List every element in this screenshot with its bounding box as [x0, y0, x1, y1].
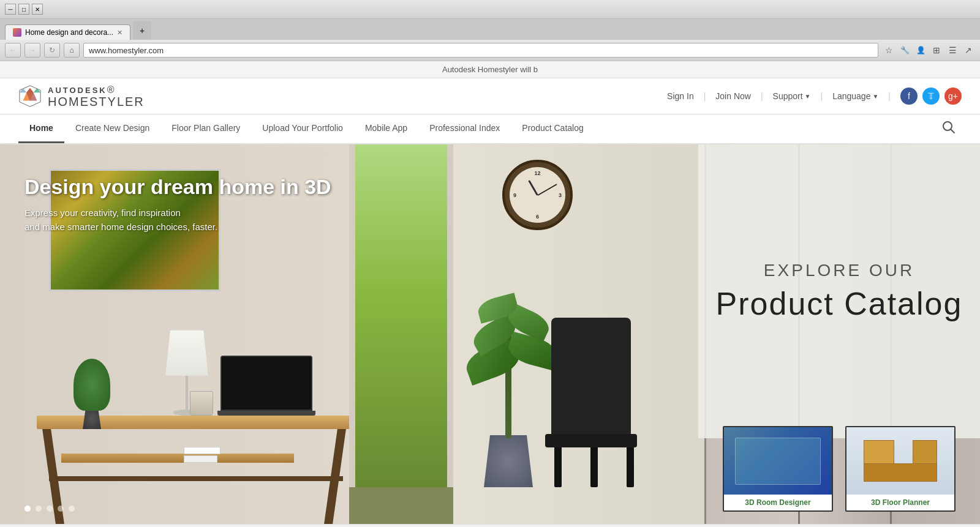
social-icons: f 𝕋 g+	[900, 88, 962, 105]
room-designer-thumbnail	[724, 427, 832, 495]
toolbar-icons: ☆ 🔧 👤 ⊞ ☰ ↗	[882, 43, 975, 57]
extensions-icon[interactable]: 🔧	[898, 43, 911, 57]
twitter-icon[interactable]: 𝕋	[922, 88, 940, 105]
language-chevron-icon: ▼	[872, 93, 878, 100]
notification-text: Autodesk Homestyler will b	[442, 65, 538, 74]
tab-title: Home design and decora...	[25, 28, 113, 37]
support-chevron-icon: ▼	[805, 93, 811, 100]
desk-chair	[551, 318, 637, 487]
share-icon[interactable]: ↗	[962, 43, 975, 57]
browser-titlebar: ─ □ ✕	[0, 0, 980, 19]
language-menu[interactable]: Language ▼	[832, 91, 878, 101]
autodesk-logo-icon	[18, 84, 42, 108]
svg-marker-5	[34, 88, 40, 93]
support-menu[interactable]: Support ▼	[773, 91, 811, 101]
sign-in-link[interactable]: Sign In	[667, 91, 694, 101]
dot-2[interactable]	[36, 506, 42, 512]
site-footer: Copyright 2013 Autodesk, Inc. All rights…	[0, 524, 980, 527]
browser-tab-active[interactable]: Home design and decora... ✕	[5, 24, 130, 40]
svg-line-7	[951, 129, 954, 133]
browser-toolbar: ← → ↻ ⌂ www.homestyler.com ☆ 🔧 👤 ⊞ ☰ ↗	[0, 40, 980, 61]
dot-1[interactable]	[24, 506, 31, 512]
hero-subtitle: Express your creativity, find inspiratio…	[24, 206, 331, 234]
logo-homestyler: HOMESTYLER	[48, 95, 145, 108]
hero-dots	[24, 506, 75, 512]
menu-icon[interactable]: ☰	[946, 43, 959, 57]
notification-bar: Autodesk Homestyler will b	[0, 61, 980, 78]
close-button[interactable]: ✕	[32, 4, 43, 15]
floor-planner-label: 3D Floor Planner	[846, 495, 954, 510]
dot-3[interactable]	[47, 506, 53, 512]
nav-item-floorplan[interactable]: Floor Plan Gallery	[160, 114, 251, 143]
language-label: Language	[832, 91, 870, 101]
site-nav: Home Create New Design Floor Plan Galler…	[0, 114, 980, 144]
desk-laptop	[221, 356, 315, 416]
room-designer-card[interactable]: 3D Room Designer	[723, 426, 833, 512]
room-designer-label: 3D Room Designer	[724, 495, 832, 510]
join-now-link[interactable]: Join Now	[715, 91, 751, 101]
tab-bar: Home design and decora... ✕ +	[0, 19, 980, 40]
svg-marker-4	[20, 88, 26, 93]
back-button[interactable]: ←	[5, 43, 21, 58]
nav-item-professional[interactable]: Professional Index	[418, 114, 511, 143]
googleplus-icon[interactable]: g+	[944, 88, 962, 105]
floor-plant	[484, 435, 533, 487]
bottom-thumbnails: 3D Room Designer 3D Floor Planner	[723, 426, 956, 512]
tab-favicon	[13, 28, 21, 37]
wall-clock: 12 3 6 9	[502, 160, 573, 230]
apps-icon[interactable]: ⊞	[930, 43, 943, 57]
search-button[interactable]	[936, 114, 962, 143]
hero-text-overlay: Design your dream home in 3D Express you…	[24, 175, 331, 234]
new-tab-button[interactable]: +	[133, 21, 151, 40]
search-icon	[942, 121, 956, 134]
desk-books	[184, 447, 221, 463]
dot-4[interactable]	[58, 506, 64, 512]
facebook-icon[interactable]: f	[900, 88, 918, 105]
website-content: Autodesk Homestyler will b AUTODESK® HOM…	[0, 61, 980, 527]
nav-item-create[interactable]: Create New Design	[64, 114, 160, 143]
home-button[interactable]: ⌂	[64, 43, 80, 58]
hero-subtitle-line1: Express your creativity, find inspiratio…	[24, 207, 181, 218]
floor-planner-card[interactable]: 3D Floor Planner	[845, 426, 956, 512]
hero-subtitle-line2: and make smarter home design choices, fa…	[24, 222, 217, 232]
hero-title: Design your dream home in 3D	[24, 175, 331, 199]
logo-text: AUTODESK® HOMESTYLER	[48, 84, 145, 108]
maximize-button[interactable]: □	[18, 4, 29, 15]
desk-shelf	[61, 454, 294, 463]
minimize-button[interactable]: ─	[5, 4, 16, 15]
header-right: Sign In | Join Now | Support ▼ | Languag…	[667, 88, 962, 105]
dot-5[interactable]	[69, 506, 75, 512]
forward-button[interactable]: →	[24, 43, 40, 58]
user-icon[interactable]: 👤	[914, 43, 927, 57]
nav-item-portfolio[interactable]: Upload Your Portfolio	[251, 114, 354, 143]
nav-item-home[interactable]: Home	[18, 114, 64, 143]
desk-mug	[190, 391, 213, 416]
refresh-button[interactable]: ↻	[44, 43, 60, 58]
nav-links: Home Create New Design Floor Plan Galler…	[18, 114, 595, 143]
bookmark-star-icon[interactable]: ☆	[882, 43, 895, 57]
support-label: Support	[773, 91, 803, 101]
nav-item-catalog[interactable]: Product Catalog	[511, 114, 594, 143]
product-catalog-panel: EXPLORE OUR Product Catalog	[698, 144, 980, 438]
catalog-label: Product Catalog	[716, 286, 963, 321]
logo-autodesk: AUTODESK	[48, 86, 107, 95]
url-text: www.homestyler.com	[89, 46, 164, 55]
site-header: AUTODESK® HOMESTYLER Sign In | Join Now …	[0, 78, 980, 114]
window-outdoor	[349, 144, 453, 524]
floor-planner-thumbnail	[846, 427, 954, 495]
explore-label: EXPLORE OUR	[764, 261, 914, 280]
desk-plant	[74, 356, 110, 429]
logo-area: AUTODESK® HOMESTYLER	[18, 84, 145, 108]
window-controls[interactable]: ─ □ ✕	[5, 4, 43, 15]
tab-close-button[interactable]: ✕	[117, 29, 123, 37]
browser-chrome: ─ □ ✕ Home design and decora... ✕ + ← → …	[0, 0, 980, 61]
address-bar[interactable]: www.homestyler.com	[83, 43, 878, 58]
nav-item-mobile[interactable]: Mobile App	[354, 114, 418, 143]
hero-section: 12 3 6 9	[0, 144, 980, 524]
desk-crossbar	[49, 476, 343, 481]
